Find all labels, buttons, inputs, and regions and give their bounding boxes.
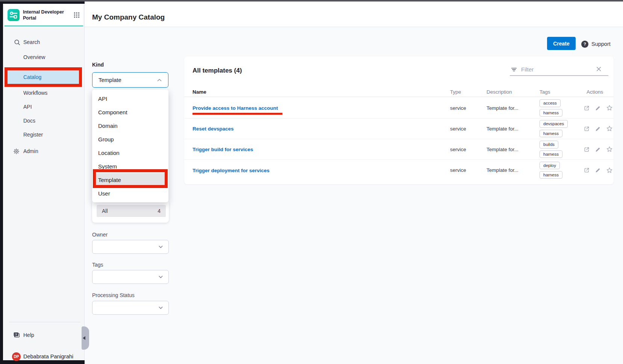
- gear-icon: [13, 148, 20, 155]
- sidebar-item-label: Workflows: [23, 90, 47, 96]
- support-label: Support: [591, 41, 611, 47]
- sidebar-help[interactable]: ? Help: [3, 331, 84, 339]
- table-filter-input[interactable]: [520, 64, 592, 74]
- kind-select-value: Template: [99, 77, 121, 83]
- kind-filter-label: Kind: [92, 62, 104, 68]
- clear-filter-icon[interactable]: [596, 66, 602, 72]
- create-button[interactable]: Create: [547, 37, 576, 50]
- column-header-description: Description: [487, 89, 540, 95]
- apps-grid-icon[interactable]: [73, 12, 80, 18]
- tag-chip-harness[interactable]: harness: [540, 109, 562, 117]
- sidebar-item-label: Docs: [23, 118, 35, 124]
- sidebar-collapse-handle[interactable]: [82, 326, 89, 350]
- sidebar-item-workflows[interactable]: Workflows: [3, 89, 84, 97]
- template-link[interactable]: Trigger deployment for services: [193, 168, 270, 173]
- kind-summary-count: 4: [158, 208, 161, 214]
- kind-option-label: System: [98, 163, 117, 170]
- table-row: Reset devspacesserviceTemplate for...dev…: [184, 118, 614, 139]
- sidebar-nav: OverviewCatalogWorkflowsAPIDocsRegister: [3, 53, 84, 145]
- brand-title: Internal Developer Portal: [23, 9, 73, 21]
- help-chat-icon: ?: [13, 332, 20, 339]
- user-avatar: DP: [12, 352, 21, 361]
- tag-chip-access[interactable]: access: [540, 99, 561, 107]
- brand-header[interactable]: Internal Developer Portal: [5, 5, 83, 26]
- annotation-box-catalog: Catalog: [5, 67, 82, 87]
- sidebar-item-admin[interactable]: Admin: [3, 147, 84, 155]
- favorite-icon[interactable]: [606, 167, 613, 174]
- kind-option-template[interactable]: Template: [95, 173, 165, 187]
- edit-icon[interactable]: [595, 167, 601, 173]
- kind-option-domain[interactable]: Domain: [92, 119, 168, 132]
- kind-option-label: Domain: [98, 123, 118, 129]
- kind-option-system[interactable]: System: [92, 159, 168, 173]
- open-in-new-icon[interactable]: [584, 105, 590, 111]
- sidebar: Internal Developer Portal Search Overvie…: [3, 4, 85, 360]
- table-row: Trigger build for servicesserviceTemplat…: [184, 139, 614, 160]
- open-in-new-icon[interactable]: [584, 167, 590, 173]
- favorite-icon[interactable]: [606, 146, 613, 153]
- page-title: My Company Catalog: [92, 13, 165, 21]
- sidebar-search[interactable]: Search: [3, 38, 84, 46]
- tag-chip-harness[interactable]: harness: [540, 150, 562, 158]
- table-header-row: Name Type Description Tags Actions: [184, 87, 614, 97]
- kind-dropdown-list: APIComponentDomainGroupLocationSystemTem…: [92, 92, 168, 200]
- row-tags: buildsharness: [540, 141, 584, 158]
- kind-option-label: Template: [98, 177, 121, 183]
- search-icon: [14, 39, 21, 46]
- edit-icon[interactable]: [595, 146, 601, 153]
- row-type: service: [450, 105, 487, 111]
- kind-summary-label: All: [102, 208, 108, 214]
- template-link[interactable]: Provide access to Harness account: [193, 105, 278, 111]
- tag-chip-devspaces[interactable]: devspaces: [540, 120, 568, 127]
- row-description: Template for...: [487, 147, 540, 152]
- sidebar-item-api[interactable]: API: [3, 103, 84, 111]
- tag-chip-deploy[interactable]: deploy: [540, 162, 560, 169]
- kind-summary-card: All 4: [92, 202, 169, 223]
- tag-chip-harness[interactable]: harness: [540, 171, 562, 179]
- kind-option-api[interactable]: API: [92, 92, 168, 105]
- annotation-underline: [193, 113, 282, 115]
- sidebar-item-register[interactable]: Register: [3, 131, 84, 138]
- sidebar-item-overview[interactable]: Overview: [3, 53, 84, 61]
- kind-summary-row-all[interactable]: All 4: [97, 205, 166, 217]
- edit-icon[interactable]: [595, 126, 601, 132]
- page-header: My Company Catalog: [85, 2, 623, 27]
- processing-status-filter-label: Processing Status: [92, 292, 135, 298]
- tag-chip-builds[interactable]: builds: [540, 141, 558, 148]
- template-link[interactable]: Trigger build for services: [193, 147, 253, 152]
- row-tags: deployharness: [540, 162, 584, 179]
- app-root: My Company Catalog Internal: [0, 0, 623, 364]
- favorite-icon[interactable]: [606, 125, 613, 132]
- sidebar-item-label: API: [23, 104, 32, 110]
- support-button[interactable]: ? Support: [581, 39, 611, 49]
- row-actions: [584, 146, 613, 153]
- kind-dropdown: APIComponentDomainGroupLocationSystemTem…: [92, 89, 168, 202]
- sidebar-item-label: Catalog: [23, 74, 41, 80]
- owner-select[interactable]: [92, 240, 169, 254]
- open-in-new-icon[interactable]: [584, 126, 590, 132]
- filter-list-icon: [511, 66, 517, 73]
- sidebar-user[interactable]: DP Debabrata Panigrahi: [3, 352, 84, 361]
- open-in-new-icon[interactable]: [584, 146, 590, 153]
- column-header-actions: Actions: [584, 89, 610, 95]
- sidebar-item-catalog[interactable]: Catalog: [8, 70, 79, 84]
- kind-option-component[interactable]: Component: [92, 105, 168, 119]
- favorite-icon[interactable]: [606, 105, 613, 111]
- row-actions: [584, 125, 613, 132]
- kind-option-user[interactable]: User: [92, 187, 168, 200]
- templates-title: All templates (4): [193, 67, 242, 74]
- kind-option-location[interactable]: Location: [92, 146, 168, 159]
- table-row: Trigger deployment for servicesserviceTe…: [184, 160, 614, 180]
- chevron-down-icon: [158, 305, 164, 311]
- edit-icon[interactable]: [595, 105, 601, 111]
- kind-option-group[interactable]: Group: [92, 132, 168, 146]
- tags-select[interactable]: [92, 270, 169, 284]
- template-link[interactable]: Reset devspaces: [193, 126, 234, 132]
- tag-chip-harness[interactable]: harness: [540, 130, 562, 137]
- sidebar-item-docs[interactable]: Docs: [3, 117, 84, 124]
- kind-option-label: User: [98, 190, 110, 197]
- kind-select[interactable]: Template: [92, 72, 168, 88]
- row-type: service: [450, 147, 487, 152]
- processing-status-select[interactable]: [92, 301, 169, 315]
- collapse-arrow-icon: [83, 336, 85, 340]
